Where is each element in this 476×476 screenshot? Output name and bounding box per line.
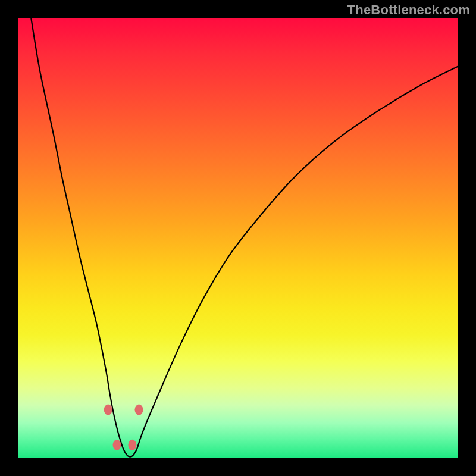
- watermark-label: TheBottleneck.com: [347, 2, 470, 18]
- marker-dot: [104, 405, 112, 415]
- curve-markers: [104, 405, 143, 450]
- marker-dot: [128, 440, 136, 450]
- marker-dot: [135, 405, 143, 415]
- curve-path: [31, 18, 458, 457]
- bottleneck-curve: [18, 18, 458, 458]
- marker-dot: [113, 440, 121, 450]
- chart-frame: TheBottleneck.com: [0, 0, 476, 476]
